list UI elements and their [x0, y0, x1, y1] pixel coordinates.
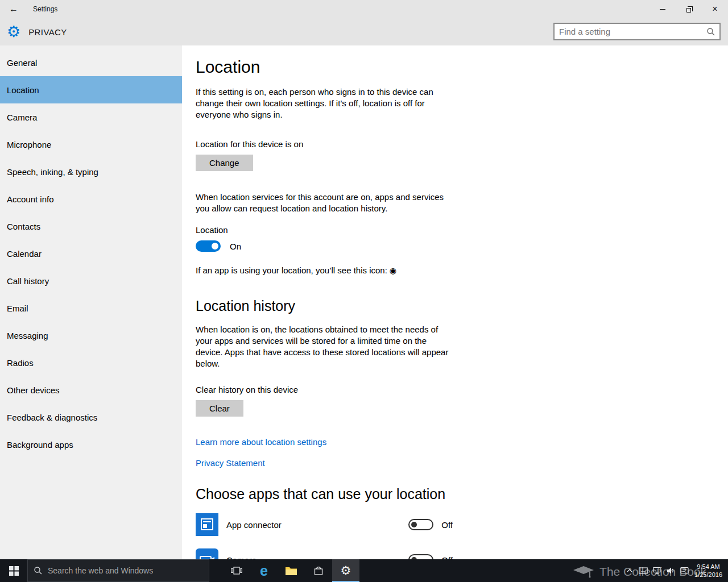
- sidebar-item-calendar[interactable]: Calendar: [0, 240, 182, 267]
- show-hidden-icons-button[interactable]: [623, 559, 636, 582]
- location-in-use-icon: ◉: [390, 266, 396, 275]
- sidebar-item-background-apps[interactable]: Background apps: [0, 431, 182, 458]
- store-icon: [313, 566, 324, 576]
- volume-button[interactable]: [664, 559, 677, 582]
- chevron-up-icon: [626, 568, 633, 573]
- taskbar-search-placeholder: Search the web and Windows: [48, 566, 153, 575]
- sidebar-item-speech-inking-typing[interactable]: Speech, inking, & typing: [0, 158, 182, 185]
- minimize-button[interactable]: [650, 0, 676, 18]
- settings-gear-icon: ⚙: [7, 24, 20, 40]
- back-button[interactable]: ←: [0, 0, 27, 18]
- app-row-camera: Camera Off: [196, 548, 453, 559]
- sidebar-item-call-history[interactable]: Call history: [0, 267, 182, 294]
- sidebar-item-feedback-diagnostics[interactable]: Feedback & diagnostics: [0, 404, 182, 431]
- action-center-button[interactable]: [677, 559, 691, 582]
- sidebar-item-location[interactable]: Location: [0, 76, 182, 103]
- window-title: Settings: [33, 5, 57, 13]
- search-icon: [34, 566, 43, 575]
- sidebar-item-camera[interactable]: Camera: [0, 103, 182, 131]
- app-name: App connector: [226, 520, 408, 530]
- clear-history-label: Clear history on this device: [196, 384, 728, 396]
- back-arrow-icon: ←: [9, 4, 18, 14]
- toggle-knob: [212, 243, 218, 250]
- volume-icon: [667, 567, 675, 575]
- privacy-statement-link[interactable]: Privacy Statement: [196, 458, 265, 468]
- section-title-choose-apps: Choose apps that can use your location: [196, 485, 728, 503]
- location-settings-panel: Location If this setting is on, each per…: [182, 45, 728, 559]
- toggle-knob: [411, 522, 417, 527]
- edge-icon: e: [260, 564, 268, 578]
- network-icon: [652, 567, 661, 575]
- task-view-button[interactable]: [223, 559, 250, 582]
- sidebar-item-microphone[interactable]: Microphone: [0, 131, 182, 158]
- settings-body: General Location Camera Microphone Speec…: [0, 45, 728, 559]
- camera-app-icon: [196, 548, 218, 559]
- location-history-text: When location is on, the locations obtai…: [196, 324, 450, 369]
- file-explorer-button[interactable]: [278, 559, 305, 582]
- location-toggle-state: On: [230, 242, 241, 251]
- restore-icon: [686, 8, 691, 13]
- page-header: ⚙ PRIVACY: [0, 18, 728, 45]
- action-center-icon: [680, 567, 689, 575]
- location-toggle-row: On: [196, 240, 728, 252]
- app-name: Camera: [226, 555, 408, 560]
- taskbar: Search the web and Windows e ⚙: [0, 559, 728, 582]
- sidebar-item-radios[interactable]: Radios: [0, 349, 182, 376]
- titlebar: ← Settings ×: [0, 0, 728, 18]
- app-toggle-group: Off: [408, 519, 453, 530]
- sidebar-item-account-info[interactable]: Account info: [0, 185, 182, 213]
- find-setting-input[interactable]: [555, 27, 706, 36]
- start-button[interactable]: [0, 559, 27, 582]
- location-toggle-label: Location: [196, 225, 728, 236]
- camera-toggle[interactable]: [408, 554, 433, 559]
- section-title-location: Location: [196, 57, 728, 77]
- windows-logo-icon: [9, 566, 19, 576]
- account-location-text: When location services for this account …: [196, 192, 445, 214]
- close-icon: ×: [712, 5, 717, 14]
- sidebar-item-contacts[interactable]: Contacts: [0, 213, 182, 240]
- window-controls: ×: [650, 0, 728, 18]
- touch-keyboard-button[interactable]: [636, 559, 650, 582]
- device-location-status: Location for this device is on: [196, 139, 728, 150]
- app-toggle-group: Off: [408, 554, 453, 559]
- sidebar-item-messaging[interactable]: Messaging: [0, 322, 182, 349]
- find-setting-searchbox[interactable]: [553, 23, 721, 40]
- change-button[interactable]: Change: [196, 155, 253, 171]
- sidebar-item-email[interactable]: Email: [0, 294, 182, 322]
- taskbar-app-icons: e ⚙: [223, 559, 359, 582]
- search-icon: [706, 27, 715, 36]
- app-toggle-state: Off: [441, 555, 453, 560]
- sidebar-item-other-devices[interactable]: Other devices: [0, 376, 182, 404]
- taskbar-search[interactable]: Search the web and Windows: [27, 559, 209, 582]
- links-group: Learn more about location settings Priva…: [196, 437, 728, 468]
- app-toggle-state: Off: [441, 520, 453, 530]
- section-title-location-history: Location history: [196, 297, 728, 315]
- network-button[interactable]: [650, 559, 664, 582]
- edge-button[interactable]: e: [250, 559, 278, 582]
- location-in-use-note: If an app is using your location, you’ll…: [196, 265, 728, 275]
- app-connector-toggle[interactable]: [408, 519, 433, 530]
- location-toggle[interactable]: [196, 240, 221, 252]
- restore-button[interactable]: [676, 0, 702, 18]
- clock-time: 9:54 AM: [694, 563, 722, 571]
- task-view-icon: [231, 566, 242, 575]
- location-intro-text: If this setting is on, each person who s…: [196, 86, 445, 120]
- settings-gear-icon: ⚙: [341, 564, 351, 576]
- privacy-sidebar: General Location Camera Microphone Speec…: [0, 45, 182, 559]
- sidebar-item-general[interactable]: General: [0, 49, 182, 76]
- taskbar-clock[interactable]: 9:54 AM 1/25/2016: [694, 563, 722, 579]
- clock-date: 1/25/2016: [694, 571, 722, 579]
- app-connector-icon: [196, 513, 218, 536]
- minimize-icon: [660, 9, 665, 10]
- learn-more-link[interactable]: Learn more about location settings: [196, 437, 326, 447]
- file-explorer-icon: [285, 566, 297, 576]
- app-row-app-connector: App connector Off: [196, 513, 453, 536]
- touch-keyboard-icon: [639, 567, 648, 574]
- clear-button[interactable]: Clear: [196, 400, 243, 417]
- store-button[interactable]: [305, 559, 332, 582]
- settings-taskbar-button[interactable]: ⚙: [332, 559, 359, 582]
- system-tray: 9:54 AM 1/25/2016: [623, 559, 728, 582]
- close-button[interactable]: ×: [702, 0, 728, 18]
- page-title: PRIVACY: [28, 27, 67, 37]
